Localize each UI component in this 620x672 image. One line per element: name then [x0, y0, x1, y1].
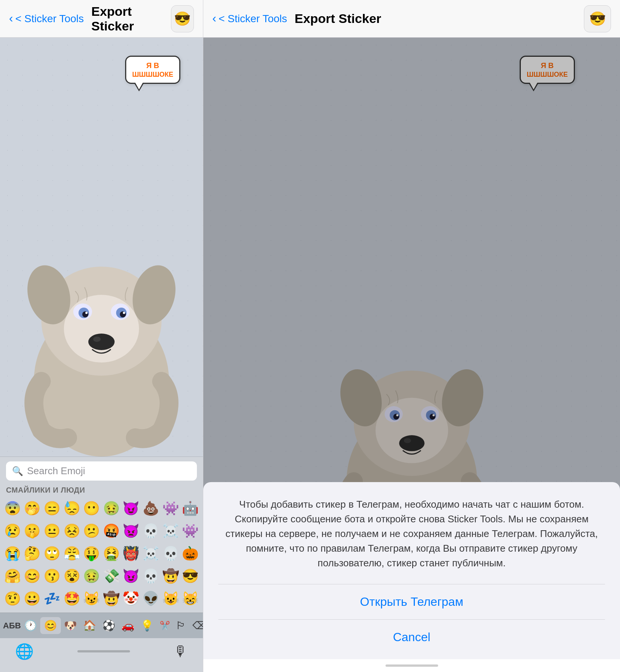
- speech-line2: ШШШШОКЕ: [132, 70, 173, 79]
- right-panel: ‹ < Sticker Tools Export Sticker 😎 Я В Ш…: [203, 0, 620, 672]
- emoji-cell[interactable]: 😸: [181, 588, 200, 610]
- left-speech-bubble: Я В ШШШШОКЕ: [125, 56, 180, 84]
- left-emoji-button[interactable]: 😎: [171, 5, 194, 32]
- emoji-cell[interactable]: 🤨: [3, 588, 22, 610]
- emoji-cell[interactable]: 🙄: [42, 543, 62, 564]
- emoji-cell[interactable]: 🤔: [23, 543, 42, 564]
- right-nav-bar: ‹ < Sticker Tools Export Sticker 😎: [203, 0, 620, 38]
- emoji-cell[interactable]: 💀: [141, 565, 160, 587]
- left-dog-illustration: [11, 238, 192, 457]
- cancel-button[interactable]: Cancel: [218, 620, 605, 659]
- emoji-cell[interactable]: 🤫: [23, 520, 42, 542]
- emoji-cell[interactable]: 😑: [42, 498, 62, 519]
- emoji-cell[interactable]: 🤭: [23, 498, 42, 519]
- right-sticker-canvas: Я В ШШШШОКЕ: [203, 38, 620, 659]
- search-icon: 🔍: [12, 466, 23, 476]
- emoji-cell[interactable]: 🤠: [161, 565, 180, 587]
- emoji-grid: 😨 🤭 😑 😓 😶 🤢 😈 💩 👾 🤖 😢 🤫 😐 😣 😕 🤬 👿 💀 ☠️ 👾…: [0, 498, 203, 613]
- keyboard-food-icon[interactable]: 🏠: [80, 616, 99, 635]
- emoji-cell[interactable]: 🤮: [102, 543, 121, 564]
- emoji-cell[interactable]: 💀: [141, 520, 160, 542]
- keyboard-activity-icon[interactable]: ⚽: [99, 616, 118, 635]
- right-emoji-icon: 😎: [589, 11, 606, 27]
- emoji-cell[interactable]: 😢: [3, 520, 22, 542]
- emoji-cell[interactable]: 😈: [122, 565, 141, 587]
- left-panel: ‹ < Sticker Tools Export Sticker 😎 Я В Ш…: [0, 0, 203, 672]
- emoji-cell[interactable]: 😣: [62, 520, 82, 542]
- left-nav-bar: ‹ < Sticker Tools Export Sticker 😎: [0, 0, 203, 38]
- emoji-cell[interactable]: 😨: [3, 498, 22, 519]
- left-back-label[interactable]: < Sticker Tools: [15, 13, 84, 25]
- left-nav-title: Export Sticker: [91, 4, 165, 33]
- svg-point-7: [82, 311, 88, 317]
- svg-point-2: [64, 295, 139, 363]
- emoji-cell[interactable]: 🤩: [62, 588, 82, 610]
- emoji-cell[interactable]: 🤗: [3, 565, 22, 587]
- emoji-cell[interactable]: 🤢: [82, 565, 101, 587]
- left-back-button[interactable]: ‹ < Sticker Tools: [9, 12, 84, 25]
- emoji-cell[interactable]: 👾: [181, 520, 200, 542]
- search-placeholder: Search Emoji: [27, 465, 85, 477]
- right-nav-title: Export Sticker: [295, 11, 381, 26]
- dialog-message: Чтобы добавить стикер в Телеграм, необхо…: [218, 497, 605, 584]
- emoji-cell[interactable]: 😈: [122, 498, 141, 519]
- emoji-cell[interactable]: 😊: [23, 565, 42, 587]
- right-back-icon: ‹: [212, 11, 216, 25]
- emoji-cell[interactable]: 😼: [82, 588, 101, 610]
- emoji-cell[interactable]: 🤬: [102, 520, 121, 542]
- home-bar: [386, 664, 438, 667]
- svg-point-12: [93, 337, 101, 342]
- emoji-cell[interactable]: 😕: [82, 520, 101, 542]
- emoji-cell[interactable]: 👹: [122, 543, 141, 564]
- home-indicator-left: [77, 650, 130, 652]
- keyboard-animal-icon[interactable]: 🐶: [61, 616, 80, 635]
- speech-line1: Я В: [132, 61, 173, 70]
- emoji-cell[interactable]: ☠️: [141, 543, 160, 564]
- emoji-cell[interactable]: 💩: [141, 498, 160, 519]
- dialog-sheet: Чтобы добавить стикер в Телеграм, необхо…: [203, 482, 620, 659]
- emoji-cell[interactable]: 💀: [161, 543, 180, 564]
- open-telegram-button[interactable]: Открыть Телеграм: [218, 584, 605, 620]
- emoji-cell[interactable]: 😎: [181, 565, 200, 587]
- emoji-cell[interactable]: 😵: [62, 565, 82, 587]
- emoji-cell[interactable]: 🤡: [122, 588, 141, 610]
- microphone-icon[interactable]: 🎙: [174, 643, 188, 660]
- keyboard-toolbar: АБВ 🕐 😊 🐶 🏠 ⚽ 🚗 💡 ✂️ 🏳 ⌫: [0, 613, 203, 638]
- emoji-cell[interactable]: 🤑: [82, 543, 101, 564]
- emoji-cell[interactable]: 😶: [82, 498, 101, 519]
- keyboard-emoji-icon[interactable]: 😊: [40, 617, 61, 634]
- emoji-cell[interactable]: 👾: [161, 498, 180, 519]
- keyboard-travel-icon[interactable]: 🚗: [118, 616, 138, 635]
- emoji-cell[interactable]: 👽: [141, 588, 160, 610]
- keyboard-object-icon[interactable]: 💡: [138, 616, 157, 635]
- right-back-button[interactable]: ‹ < Sticker Tools: [212, 12, 287, 25]
- emoji-cell[interactable]: 😀: [23, 588, 42, 610]
- emoji-cell[interactable]: 😓: [62, 498, 82, 519]
- emoji-cell[interactable]: ☠️: [161, 520, 180, 542]
- emoji-cell[interactable]: 😗: [42, 565, 62, 587]
- emoji-cell[interactable]: 💸: [102, 565, 121, 587]
- right-back-label[interactable]: < Sticker Tools: [219, 13, 287, 25]
- svg-point-8: [120, 311, 126, 317]
- emoji-search-bar[interactable]: 🔍 Search Emoji: [6, 461, 197, 481]
- emoji-cell[interactable]: 🤠: [102, 588, 121, 610]
- keyboard-clock-icon[interactable]: 🕐: [21, 616, 40, 635]
- emoji-cell[interactable]: 😺: [161, 588, 180, 610]
- keyboard-symbol-icon[interactable]: ✂️: [157, 618, 173, 634]
- emoji-cell[interactable]: 🤢: [102, 498, 121, 519]
- globe-icon[interactable]: 🌐: [15, 643, 34, 660]
- left-sticker-canvas: Я В ШШШШОКЕ: [0, 38, 203, 457]
- emoji-cell[interactable]: 💤: [42, 588, 62, 610]
- keyboard-flag-icon[interactable]: 🏳: [173, 616, 189, 635]
- emoji-cell[interactable]: 😐: [42, 520, 62, 542]
- svg-point-10: [123, 312, 125, 314]
- emoji-cell[interactable]: 🤖: [181, 498, 200, 519]
- emoji-cell[interactable]: 😤: [62, 543, 82, 564]
- dialog-overlay: Чтобы добавить стикер в Телеграм, необхо…: [203, 38, 620, 659]
- emoji-cell[interactable]: 👿: [122, 520, 141, 542]
- emoji-cell[interactable]: 😭: [3, 543, 22, 564]
- emoji-cell[interactable]: 🎃: [181, 543, 200, 564]
- keyboard-abc-btn[interactable]: АБВ: [3, 621, 21, 631]
- right-emoji-button[interactable]: 😎: [584, 5, 611, 32]
- svg-point-11: [88, 334, 115, 350]
